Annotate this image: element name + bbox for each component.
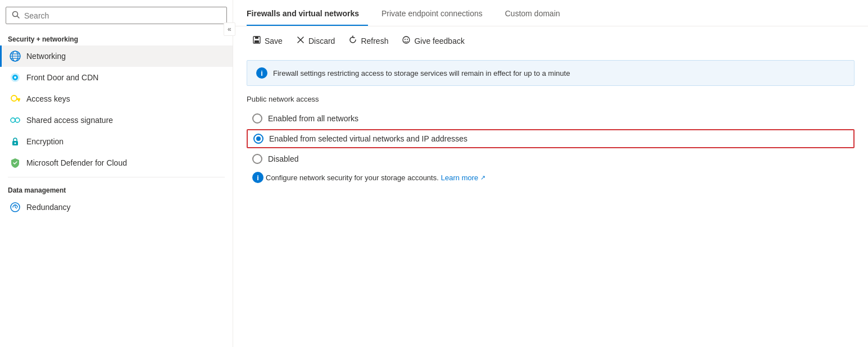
feedback-icon — [402, 35, 411, 47]
search-input[interactable] — [24, 11, 221, 20]
sidebar-item-frontdoor[interactable]: Front Door and CDN — [0, 67, 233, 88]
tab-custom[interactable]: Custom domain — [505, 0, 569, 26]
radio-label-selected: Enabled from selected virtual networks a… — [269, 134, 467, 143]
radio-circle-disabled — [252, 154, 262, 164]
discard-label: Discard — [308, 36, 335, 45]
svg-rect-20 — [255, 40, 259, 43]
discard-icon — [296, 35, 305, 47]
sas-label: Shared access signature — [26, 116, 113, 125]
sas-icon — [10, 115, 21, 126]
learn-more-link[interactable]: Learn more — [441, 174, 478, 182]
sidebar-item-defender[interactable]: Microsoft Defender for Cloud — [0, 152, 233, 174]
info-configure-text: Configure network security for your stor… — [266, 174, 439, 182]
svg-point-13 — [11, 118, 15, 122]
svg-point-25 — [407, 39, 408, 40]
radio-circle-selected — [253, 134, 263, 144]
svg-line-1 — [17, 16, 20, 19]
svg-point-9 — [14, 76, 16, 79]
encryption-icon — [10, 136, 21, 147]
sidebar: « Security + networking Networking — [0, 0, 233, 347]
sidebar-item-redundancy[interactable]: Redundancy — [0, 197, 233, 218]
section-header-security: Security + networking — [0, 30, 233, 45]
content-area: Public network access Enabled from all n… — [233, 95, 868, 186]
frontdoor-icon — [10, 72, 21, 83]
sidebar-scrollable: Security + networking Networking — [0, 30, 233, 347]
redundancy-icon — [10, 202, 21, 213]
sidebar-item-accesskeys[interactable]: Access keys — [0, 88, 233, 109]
svg-rect-12 — [18, 100, 20, 102]
toolbar: Save Discard Refresh — [233, 26, 868, 56]
radio-label-disabled: Disabled — [268, 154, 298, 163]
accesskeys-label: Access keys — [26, 94, 70, 103]
save-button[interactable]: Save — [247, 32, 288, 50]
info-text: Firewall settings restricting access to … — [273, 69, 570, 77]
svg-point-10 — [11, 95, 17, 101]
defender-icon — [10, 157, 21, 168]
radio-disabled[interactable]: Disabled — [247, 149, 855, 168]
section-header-data: Data management — [0, 181, 233, 197]
search-icon — [12, 11, 20, 20]
tab-private[interactable]: Private endpoint connections — [381, 0, 492, 26]
networking-label: Networking — [26, 52, 66, 61]
radio-selected-networks[interactable]: Enabled from selected virtual networks a… — [247, 129, 855, 148]
sidebar-item-encryption[interactable]: Encryption — [0, 131, 233, 152]
tab-bar: Firewalls and virtual networks Private e… — [233, 0, 868, 26]
refresh-label: Refresh — [361, 36, 388, 45]
networking-icon — [10, 51, 21, 62]
radio-all-networks[interactable]: Enabled from all networks — [247, 109, 855, 128]
svg-point-14 — [15, 118, 20, 122]
encryption-label: Encryption — [26, 137, 63, 146]
radio-label-all: Enabled from all networks — [268, 114, 358, 123]
search-bar[interactable] — [6, 7, 227, 24]
tab-firewalls[interactable]: Firewalls and virtual networks — [247, 0, 368, 26]
sidebar-item-sas[interactable]: Shared access signature — [0, 109, 233, 131]
discard-button[interactable]: Discard — [290, 32, 340, 50]
refresh-button[interactable]: Refresh — [343, 32, 394, 50]
feedback-button[interactable]: Give feedback — [396, 32, 470, 50]
radio-group: Enabled from all networks Enabled from s… — [247, 109, 855, 168]
sidebar-divider — [8, 177, 225, 177]
defender-label: Microsoft Defender for Cloud — [26, 158, 127, 167]
svg-rect-19 — [255, 36, 258, 39]
info-banner: i Firewall settings restricting access t… — [247, 60, 855, 86]
learn-more-section: i Configure network security for your st… — [247, 168, 855, 186]
external-link-icon: ↗ — [480, 174, 485, 181]
radio-circle-all — [252, 113, 262, 124]
feedback-label: Give feedback — [414, 36, 465, 45]
sidebar-item-networking[interactable]: Networking — [0, 45, 233, 67]
redundancy-label: Redundancy — [26, 203, 71, 212]
svg-point-24 — [405, 39, 406, 40]
save-label: Save — [265, 36, 283, 45]
refresh-icon — [348, 35, 357, 47]
info-icon: i — [256, 67, 267, 79]
collapse-button[interactable]: « — [224, 22, 235, 36]
learn-more-info-icon: i — [252, 172, 263, 183]
main-content: Firewalls and virtual networks Private e… — [233, 0, 868, 347]
accesskeys-icon — [10, 93, 21, 104]
frontdoor-label: Front Door and CDN — [26, 73, 98, 82]
public-network-label: Public network access — [247, 95, 855, 103]
svg-rect-11 — [16, 98, 20, 100]
save-icon — [252, 35, 261, 47]
svg-point-16 — [15, 143, 16, 144]
